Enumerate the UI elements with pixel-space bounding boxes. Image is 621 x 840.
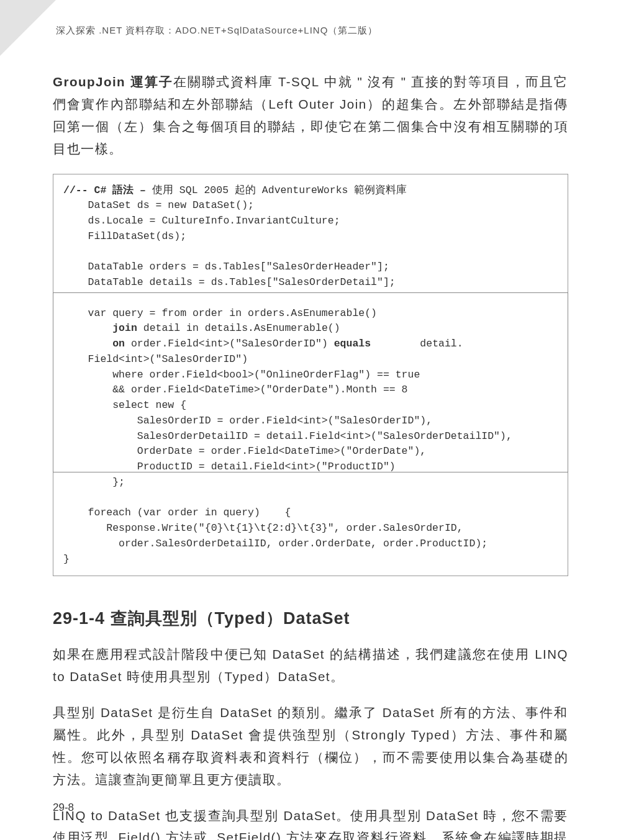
code-example: //-- C# 語法 – 使用 SQL 2005 起的 AdventureWor…: [53, 174, 568, 577]
code-line: ProductID = detail.Field<int>("ProductID…: [63, 461, 396, 472]
code-line: select new {: [63, 399, 186, 411]
code-line: FillDataSet(ds);: [63, 230, 186, 242]
code-line: detail.: [371, 338, 463, 350]
code-line: Field<int>("SalesOrderID"): [63, 353, 248, 365]
code-line: }: [63, 553, 70, 565]
code-keyword-equals: equals: [334, 338, 371, 350]
code-line: detail in details.AsEnumerable(): [137, 322, 340, 334]
code-line: order.Field<int>("SalesOrderID"): [125, 338, 334, 350]
code-line: SalesOrderID = order.Field<int>("SalesOr…: [63, 415, 432, 427]
code-line: var query = from order in orders.AsEnume…: [63, 307, 377, 319]
code-line: order.SalesOrderDetailID, order.OrderDat…: [63, 538, 487, 549]
code-line: ds.Locale = CultureInfo.InvariantCulture…: [63, 215, 340, 227]
code-keyword-on: on: [112, 338, 125, 350]
code-line: where order.Field<bool>("OnlineOrderFlag…: [63, 369, 420, 381]
code-comment-text: 使用 SQL 2005 起的 AdventureWorks 範例資料庫: [152, 184, 407, 196]
code-line: DataTable orders = ds.Tables["SalesOrder…: [63, 261, 389, 273]
code-line: Response.Write("{0}\t{1}\t{2:d}\t{3}", o…: [63, 522, 463, 534]
code-line: OrderDate = order.Field<DateTime>("Order…: [63, 445, 426, 457]
page-corner-decoration: [0, 0, 56, 56]
running-header: 深入探索 .NET 資料存取：ADO.NET+SqlDataSource+LIN…: [56, 25, 568, 37]
section-heading: 29-1-4 查詢具型別（Typed）DataSet: [53, 607, 568, 630]
paragraph-groupjoin: GroupJoin 運算子在關聯式資料庫 T-SQL 中就 " 沒有 " 直接的…: [53, 71, 568, 160]
paragraph-typed-linq: LINQ to DataSet 也支援查詢具型別 DataSet。使用具型別 D…: [53, 805, 568, 841]
paragraph-typed-desc: 具型別 DataSet 是衍生自 DataSet 的類別。繼承了 DataSet…: [53, 702, 568, 791]
code-line: [63, 322, 112, 334]
code-keyword-join: join: [112, 322, 137, 334]
code-comment-prefix: //-- C# 語法 –: [63, 184, 152, 196]
paragraph-typed-intro: 如果在應用程式設計階段中便已知 DataSet 的結構描述，我們建議您在使用 L…: [53, 643, 568, 688]
code-line: foreach (var order in query) {: [63, 507, 291, 518]
code-line: [63, 338, 112, 350]
code-line: && order.Field<DateTime>("OrderDate").Mo…: [63, 384, 408, 395]
groupjoin-term: GroupJoin 運算子: [53, 75, 173, 89]
code-line: DataTable details = ds.Tables["SalesOrde…: [63, 276, 396, 288]
code-line: };: [63, 476, 125, 488]
code-line: SalesOrderDetailID = detail.Field<int>("…: [63, 430, 512, 442]
code-line: DataSet ds = new DataSet();: [63, 199, 254, 211]
page-number: 29-8: [53, 802, 74, 814]
